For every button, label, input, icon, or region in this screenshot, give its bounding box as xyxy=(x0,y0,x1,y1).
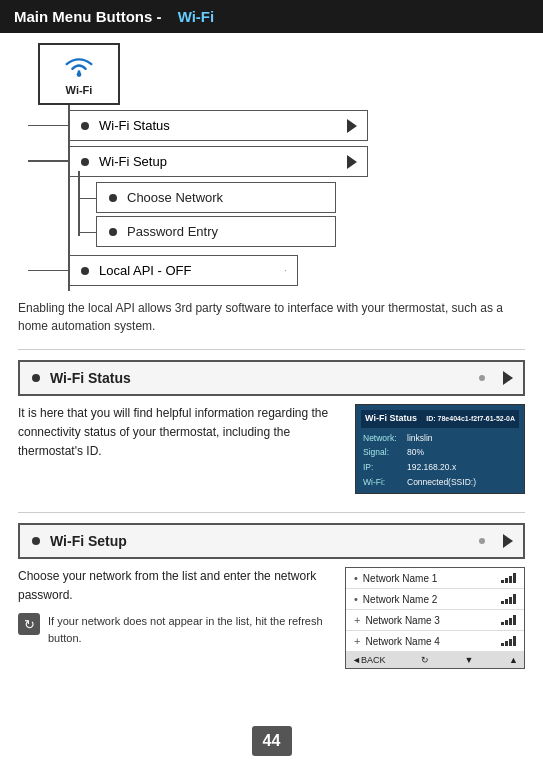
network-bullet: • xyxy=(354,572,358,584)
signal-bar xyxy=(501,580,504,583)
network-name-2: Network Name 2 xyxy=(363,594,437,605)
wifi-status-button[interactable]: Wi-Fi Status xyxy=(68,110,368,141)
tree-h-sub1 xyxy=(78,198,96,200)
wifi-setup-button[interactable]: Wi-Fi Setup xyxy=(68,146,368,177)
signal-bar xyxy=(505,578,508,583)
bullet-icon xyxy=(81,158,89,166)
network-name-1: Network Name 1 xyxy=(363,573,437,584)
tree-h-line1 xyxy=(28,125,68,127)
wifi-label: Wi-Fi xyxy=(66,84,93,96)
signal-bar xyxy=(513,594,516,604)
password-entry-button[interactable]: Password Entry xyxy=(96,216,336,247)
setup-hint-text: If your network does not appear in the l… xyxy=(48,613,333,646)
page-header: Main Menu Buttons - Wi-Fi xyxy=(0,0,543,33)
wifi-setup-header[interactable]: Wi-Fi Setup xyxy=(18,523,525,559)
page-number: 44 xyxy=(252,726,292,756)
lock-button[interactable]: ▲ xyxy=(509,655,518,665)
header-title: Wi-Fi xyxy=(178,8,215,25)
refresh-icon[interactable]: ↻ xyxy=(18,613,40,635)
arrow-right-icon xyxy=(347,155,357,169)
divider-1 xyxy=(18,349,525,350)
section-header-left: Wi-Fi Setup xyxy=(32,533,127,549)
screen-row-ip: IP: 192.168.20.x xyxy=(361,460,519,475)
screen-row-signal: Signal: 80% xyxy=(361,445,519,460)
signal-bar xyxy=(501,601,504,604)
network-name-3: Network Name 3 xyxy=(365,615,439,626)
section-header-right xyxy=(479,534,513,548)
screen-id: ID: 78e404c1-f2f7-61-52-0A xyxy=(426,414,515,425)
scroll-down-button[interactable]: ▼ xyxy=(465,655,474,665)
bullet-icon xyxy=(109,194,117,202)
signal-bar xyxy=(509,597,512,604)
local-api-description: Enabling the local API allows 3rd party … xyxy=(18,299,525,335)
setup-body-text: Choose your network from the list and en… xyxy=(18,567,333,605)
wifi-setup-body: Choose your network from the list and en… xyxy=(18,567,525,669)
network-item-1[interactable]: • Network Name 1 xyxy=(346,568,524,589)
network-name-4: Network Name 4 xyxy=(365,636,439,647)
bullet-icon xyxy=(109,228,117,236)
signal-bar xyxy=(513,573,516,583)
signal-bar xyxy=(505,641,508,646)
arrow-right-icon xyxy=(503,371,513,385)
network-item-4[interactable]: + Network Name 4 xyxy=(346,631,524,652)
menu-item-wifi-status: Wi-Fi Status xyxy=(28,110,535,141)
divider-2 xyxy=(18,512,525,513)
network-footer: ◄BACK ↻ ▼ ▲ xyxy=(346,652,524,668)
wifi-status-title: Wi-Fi Status xyxy=(50,370,131,386)
main-content: Wi-Fi Wi-Fi Status xyxy=(0,33,543,707)
dot-indicator: · xyxy=(284,265,287,276)
local-api-button[interactable]: Local API - OFF · xyxy=(68,255,298,286)
svg-point-0 xyxy=(77,72,82,77)
bullet-icon xyxy=(32,537,40,545)
network-bullet: • xyxy=(354,593,358,605)
menu-item-local-api: Local API - OFF · xyxy=(28,255,535,286)
menu-item-choose-network: Choose Network xyxy=(96,182,368,213)
tree-h-line2 xyxy=(28,160,68,162)
network-bullet: + xyxy=(354,614,360,626)
arrow-right-icon xyxy=(347,119,357,133)
setup-hint-row: ↻ If your network does not appear in the… xyxy=(18,613,333,646)
wifi-setup-title: Wi-Fi Setup xyxy=(50,533,127,549)
signal-bars-4 xyxy=(501,636,516,646)
wifi-status-body: It is here that you will find helpful in… xyxy=(18,404,525,494)
signal-bar xyxy=(509,618,512,625)
bullet-icon xyxy=(81,122,89,130)
wifi-status-header[interactable]: Wi-Fi Status xyxy=(18,360,525,396)
network-item-3[interactable]: + Network Name 3 xyxy=(346,610,524,631)
signal-bar xyxy=(501,622,504,625)
signal-bar xyxy=(505,599,508,604)
menu-tree: Wi-Fi Wi-Fi Status xyxy=(18,43,525,291)
signal-bar xyxy=(509,639,512,646)
screen-title-bar: Wi-Fi Status ID: 78e404c1-f2f7-61-52-0A xyxy=(361,410,519,428)
refresh-footer-button[interactable]: ↻ xyxy=(421,655,429,665)
wifi-status-screen: Wi-Fi Status ID: 78e404c1-f2f7-61-52-0A … xyxy=(355,404,525,494)
back-button[interactable]: ◄BACK xyxy=(352,655,385,665)
dot-indicator xyxy=(479,375,485,381)
tree-h-line3 xyxy=(28,270,68,272)
wifi-icon xyxy=(60,52,98,80)
network-bullet: + xyxy=(354,635,360,647)
tree-line-v1 xyxy=(68,105,70,291)
bullet-icon xyxy=(32,374,40,382)
setup-left: Choose your network from the list and en… xyxy=(18,567,333,646)
menu-item-password-entry: Password Entry xyxy=(96,216,368,247)
arrow-right-icon xyxy=(503,534,513,548)
wifi-setup-section: Wi-Fi Setup Choose your network from the… xyxy=(18,523,525,669)
signal-bars-2 xyxy=(501,594,516,604)
choose-network-button[interactable]: Choose Network xyxy=(96,182,336,213)
signal-bars-1 xyxy=(501,573,516,583)
screen-row-wifi: Wi-Fi: Connected(SSID:) xyxy=(361,475,519,490)
dot-indicator xyxy=(479,538,485,544)
signal-bar xyxy=(501,643,504,646)
tree-h-sub2 xyxy=(78,232,96,234)
wifi-icon-box: Wi-Fi xyxy=(28,43,120,105)
section-header-left: Wi-Fi Status xyxy=(32,370,131,386)
bullet-icon xyxy=(81,267,89,275)
wifi-setup-subitems: Choose Network Password Entry xyxy=(96,179,368,250)
signal-bars-3 xyxy=(501,615,516,625)
signal-bar xyxy=(505,620,508,625)
signal-bar xyxy=(509,576,512,583)
network-item-2[interactable]: • Network Name 2 xyxy=(346,589,524,610)
wifi-status-text: It is here that you will find helpful in… xyxy=(18,404,343,462)
wifi-status-section: Wi-Fi Status It is here that you will fi… xyxy=(18,360,525,494)
